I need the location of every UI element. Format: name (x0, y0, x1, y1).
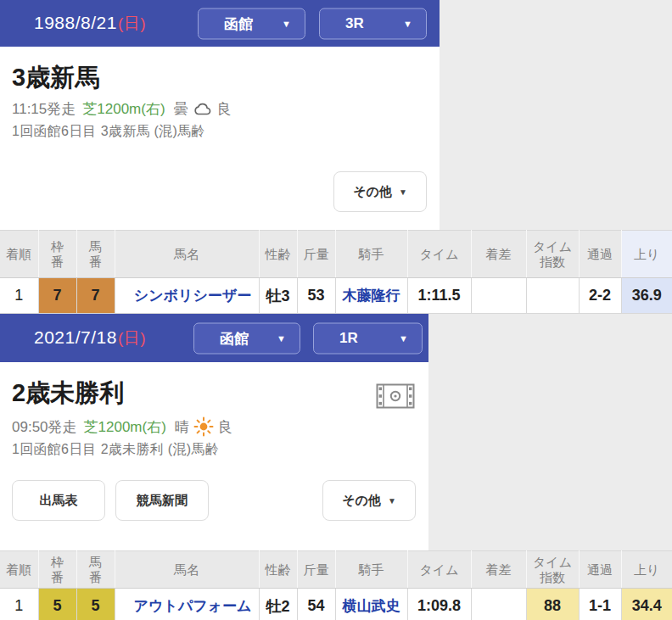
horse-number-cell: 7 (76, 278, 115, 314)
race-result-table: 着順 枠番 馬番 馬名 性齢 斤量 騎手 タイム 着差 タイム指数 通過 上り … (0, 230, 672, 314)
weight-cell: 54 (297, 589, 335, 620)
col-header-position: 通過 (579, 231, 621, 278)
last3f-cell: 36.9 (621, 278, 672, 314)
weight-cell: 53 (297, 278, 335, 314)
cloud-icon (193, 100, 213, 117)
date-text: 2021/7/18 (34, 327, 117, 347)
chevron-down-icon: ▼ (399, 187, 407, 197)
other-menu-button[interactable]: その他 ▼ (322, 480, 416, 521)
film-video-icon[interactable] (376, 383, 415, 409)
entry-table-button[interactable]: 出馬表 (12, 480, 105, 521)
col-header-sex-age: 性齢 (259, 551, 297, 589)
col-header-frame-no: 枠番 (38, 231, 76, 278)
margin-cell (471, 589, 526, 620)
time-index-cell (526, 278, 579, 314)
race-number-select-value: 1R (339, 330, 358, 347)
time-cell: 1:11.5 (407, 278, 471, 314)
start-time: 11:15発走 (12, 99, 76, 119)
col-header-position: 通過 (579, 551, 621, 589)
time-index-cell: 88 (526, 589, 579, 620)
going-label: 良 (218, 417, 232, 437)
date-text: 1988/8/21 (34, 13, 117, 32)
race-section-1: 1988/8/21(日) 函館 ▼ 3R ▼ 3歳新馬 11:15発走 芝120… (0, 0, 672, 314)
last3f-cell: 34.4 (621, 589, 672, 620)
horse-name-cell: アウトパフォーム (115, 589, 259, 620)
col-header-last3f: 上り (621, 551, 672, 589)
chevron-down-icon: ▼ (388, 496, 396, 505)
result-row: 1 5 5 アウトパフォーム 牡2 54 横山武史 1:09.8 88 1-1 … (0, 589, 672, 620)
race-info-card: 3歳新馬 11:15発走 芝1200m(右) 曇 良 1回函館6日目 3歳新馬 … (0, 47, 440, 230)
col-header-jockey: 騎手 (335, 231, 407, 278)
race-number-select[interactable]: 1R ▼ (313, 322, 423, 354)
col-header-jockey: 騎手 (335, 551, 407, 589)
result-header-row: 着順 枠番 馬番 馬名 性齢 斤量 騎手 タイム 着差 タイム指数 通過 上り (0, 551, 672, 589)
date-day-of-week: (日) (118, 14, 146, 32)
col-header-margin: 着差 (471, 551, 526, 589)
sex-age-cell: 牡3 (259, 278, 297, 314)
position-cell: 1-1 (579, 589, 621, 620)
jockey-cell: 木藤隆行 (335, 278, 407, 314)
col-header-time-index: タイム指数 (526, 551, 579, 589)
track-select-value: 函館 (220, 328, 249, 348)
race-conditions: 09:50発走 芝1200m(右) 晴 良 (12, 416, 417, 437)
race-result-table: 着順 枠番 馬番 馬名 性齢 斤量 騎手 タイム 着差 タイム指数 通過 上り … (0, 550, 672, 620)
race-number-select[interactable]: 3R ▼ (319, 8, 427, 39)
result-row: 1 7 7 シンボリシーザー 牡3 53 木藤隆行 1:11.5 2-2 36.… (0, 278, 672, 314)
frame-number-cell: 7 (38, 278, 76, 314)
race-header-bar: 1988/8/21(日) 函館 ▼ 3R ▼ (0, 0, 440, 47)
col-header-horse-no: 馬番 (76, 551, 115, 589)
race-header-bar: 2021/7/18(日) 函館 ▼ 1R ▼ (0, 314, 428, 362)
other-menu-button[interactable]: その他 ▼ (333, 171, 427, 212)
jockey-link[interactable]: 木藤隆行 (343, 288, 400, 304)
track-select[interactable]: 函館 ▼ (193, 322, 300, 354)
rank-cell: 1 (0, 278, 38, 314)
start-time: 09:50発走 (12, 417, 77, 437)
course-distance: 芝1200m(右) (84, 417, 166, 437)
jockey-link[interactable]: 横山武史 (343, 598, 400, 614)
col-header-margin: 着差 (471, 231, 526, 278)
chevron-down-icon: ▼ (277, 333, 286, 344)
meeting-info: 1回函館6日目 2歳未勝利 (混)馬齢 (12, 441, 417, 459)
race-conditions: 11:15発走 芝1200m(右) 曇 良 (12, 99, 428, 119)
weather-label: 曇 (174, 99, 188, 119)
other-menu-label: その他 (342, 493, 381, 509)
race-date: 1988/8/21(日) (34, 13, 146, 35)
result-header-row: 着順 枠番 馬番 馬名 性齢 斤量 騎手 タイム 着差 タイム指数 通過 上り (0, 231, 672, 278)
race-title: 3歳新馬 (12, 64, 99, 92)
margin-cell (471, 278, 526, 314)
col-header-frame-no: 枠番 (38, 551, 76, 589)
jockey-cell: 横山武史 (335, 589, 407, 620)
rank-cell: 1 (0, 589, 38, 620)
col-header-last3f: 上り (621, 231, 672, 278)
course-distance: 芝1200m(右) (82, 99, 165, 119)
entry-table-label: 出馬表 (40, 493, 78, 509)
track-select[interactable]: 函館 ▼ (198, 8, 305, 39)
weather-label: 晴 (175, 417, 189, 437)
going-label: 良 (217, 99, 232, 119)
col-header-rank: 着順 (0, 231, 38, 278)
chevron-down-icon: ▼ (282, 19, 291, 29)
other-menu-label: その他 (353, 184, 392, 200)
col-header-weight: 斤量 (297, 231, 335, 278)
col-header-horse-no: 馬番 (76, 231, 115, 278)
racing-newspaper-button[interactable]: 競馬新聞 (115, 480, 209, 521)
race-info-card: 2歳未勝利 09:50発走 芝1200m(右) (0, 362, 428, 550)
position-cell: 2-2 (579, 278, 621, 314)
horse-link[interactable]: シンボリシーザー (134, 288, 251, 304)
time-cell: 1:09.8 (407, 589, 471, 620)
race-section-2: 2021/7/18(日) 函館 ▼ 1R ▼ 2歳未勝利 (0, 314, 672, 620)
horse-link[interactable]: アウトパフォーム (134, 598, 252, 614)
col-header-time-index: タイム指数 (526, 231, 579, 278)
col-header-horse-name: 馬名 (115, 231, 259, 278)
chevron-down-icon: ▼ (403, 19, 412, 29)
col-header-horse-name: 馬名 (115, 551, 259, 589)
racing-newspaper-label: 競馬新聞 (137, 493, 188, 509)
col-header-weight: 斤量 (297, 551, 335, 589)
track-select-value: 函館 (224, 14, 253, 33)
date-day-of-week: (日) (118, 329, 146, 347)
col-header-sex-age: 性齢 (259, 231, 297, 278)
chevron-down-icon: ▼ (399, 333, 408, 344)
race-number-select-value: 3R (345, 15, 364, 32)
col-header-time: タイム (407, 231, 471, 278)
race-results-page: 1988/8/21(日) 函館 ▼ 3R ▼ 3歳新馬 11:15発走 芝120… (0, 0, 672, 620)
